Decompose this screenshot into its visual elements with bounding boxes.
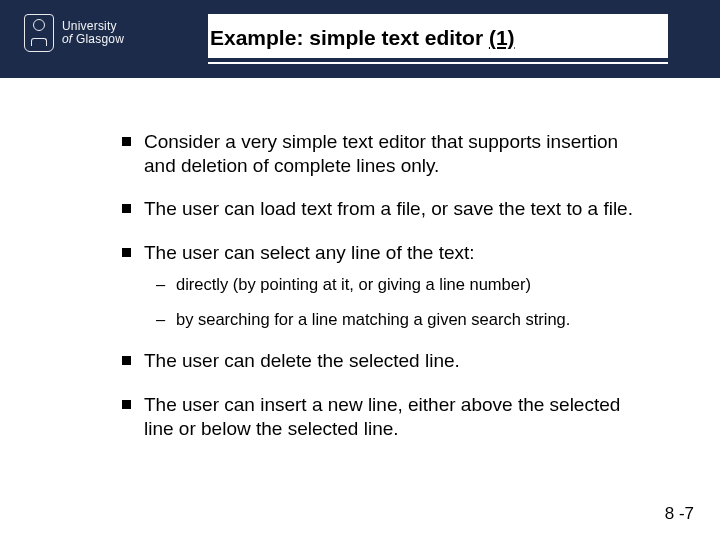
- sub-bullet-item: directly (by pointing at it, or giving a…: [154, 274, 650, 295]
- bullet-item: The user can insert a new line, either a…: [118, 393, 650, 440]
- title-box: Example: simple text editor (1): [208, 14, 668, 64]
- university-logo: University of Glasgow: [24, 14, 124, 52]
- bullet-item: The user can select any line of the text…: [118, 241, 650, 330]
- logo-text: University of Glasgow: [62, 20, 124, 45]
- bullet-item: The user can load text from a file, or s…: [118, 197, 650, 221]
- title-underline: [208, 58, 668, 62]
- slide: University of Glasgow Example: simple te…: [0, 0, 720, 540]
- slide-title: Example: simple text editor (1): [208, 14, 668, 56]
- bullet-text: The user can select any line of the text…: [144, 242, 475, 263]
- page-number: 8 -7: [665, 504, 694, 524]
- header-bar: University of Glasgow Example: simple te…: [0, 0, 720, 78]
- sub-bullet-item: by searching for a line matching a given…: [154, 309, 650, 330]
- bullet-list: Consider a very simple text editor that …: [118, 130, 650, 440]
- crest-icon: [24, 14, 54, 52]
- bullet-item: The user can delete the selected line.: [118, 349, 650, 373]
- slide-body: Consider a very simple text editor that …: [118, 130, 650, 460]
- sub-bullet-list: directly (by pointing at it, or giving a…: [144, 274, 650, 329]
- bullet-item: Consider a very simple text editor that …: [118, 130, 650, 177]
- logo-line2: of Glasgow: [62, 33, 124, 46]
